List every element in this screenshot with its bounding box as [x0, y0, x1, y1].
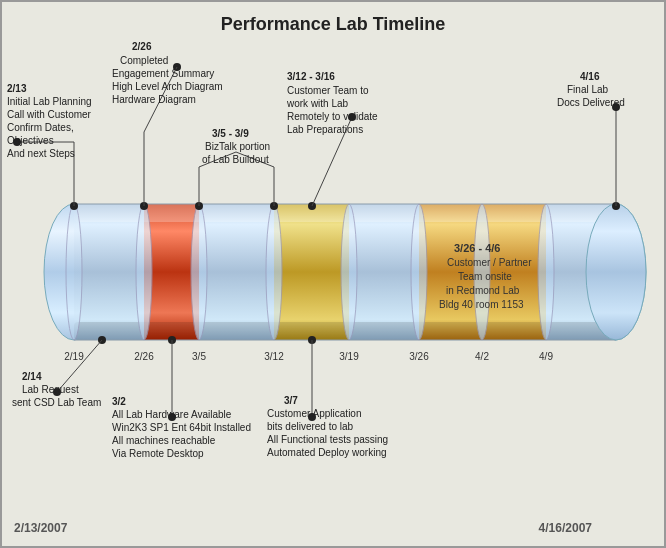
svg-text:work with Lab: work with Lab [286, 98, 349, 109]
svg-text:Customer Team to: Customer Team to [287, 85, 369, 96]
svg-text:3/2: 3/2 [112, 396, 126, 407]
svg-text:And next Steps: And next Steps [7, 148, 75, 159]
svg-text:Call with Customer: Call with Customer [7, 109, 92, 120]
svg-text:Customer Application: Customer Application [267, 408, 362, 419]
diagram-svg: 2/19 2/26 3/5 3/12 3/19 3/26 4/2 4/9 2/1… [2, 2, 666, 548]
svg-text:3/5 - 3/9: 3/5 - 3/9 [212, 128, 249, 139]
svg-point-20 [538, 204, 554, 340]
svg-text:4/2: 4/2 [475, 351, 489, 362]
svg-text:Initial Lab Planning: Initial Lab Planning [7, 96, 92, 107]
svg-text:2/13: 2/13 [7, 83, 27, 94]
svg-text:Final Lab: Final Lab [567, 84, 609, 95]
svg-text:All Lab Hardware Available: All Lab Hardware Available [112, 409, 232, 420]
svg-text:3/12 - 3/16: 3/12 - 3/16 [287, 71, 335, 82]
svg-text:3/12: 3/12 [264, 351, 284, 362]
main-container: Performance Lab Timeline [0, 0, 666, 548]
bottom-right-date: 4/16/2007 [539, 521, 593, 535]
svg-text:2/14: 2/14 [22, 371, 42, 382]
svg-text:Customer / Partner: Customer / Partner [447, 257, 532, 268]
svg-point-18 [411, 204, 427, 340]
svg-text:Objectives: Objectives [7, 135, 54, 146]
svg-text:Win2K3 SP1 Ent 64bit Installed: Win2K3 SP1 Ent 64bit Installed [112, 422, 251, 433]
svg-text:Team onsite: Team onsite [458, 271, 512, 282]
svg-rect-2 [74, 204, 144, 340]
svg-text:Lab Preparations: Lab Preparations [287, 124, 363, 135]
svg-point-15 [191, 204, 207, 340]
svg-text:bits delivered to lab: bits delivered to lab [267, 421, 354, 432]
svg-rect-4 [199, 204, 274, 340]
svg-text:sent CSD Lab Team: sent CSD Lab Team [12, 397, 101, 408]
svg-point-21 [586, 204, 646, 340]
svg-point-16 [266, 204, 282, 340]
svg-text:2/26: 2/26 [132, 41, 152, 52]
svg-text:Automated Deploy working: Automated Deploy working [267, 447, 387, 458]
svg-text:Lab Request: Lab Request [22, 384, 79, 395]
svg-text:Bldg 40 room 1153: Bldg 40 room 1153 [439, 299, 524, 310]
svg-text:3/7: 3/7 [284, 395, 298, 406]
svg-text:3/19: 3/19 [339, 351, 359, 362]
svg-point-13 [66, 204, 82, 340]
svg-text:in Redmond Lab: in Redmond Lab [446, 285, 520, 296]
bottom-left-date: 2/13/2007 [14, 521, 68, 535]
svg-text:4/16: 4/16 [580, 71, 600, 82]
svg-rect-5 [274, 204, 349, 340]
svg-point-17 [341, 204, 357, 340]
svg-text:3/5: 3/5 [192, 351, 206, 362]
svg-text:Via Remote Desktop: Via Remote Desktop [112, 448, 204, 459]
svg-rect-6 [349, 204, 419, 340]
svg-text:All machines reachable: All machines reachable [112, 435, 216, 446]
svg-point-14 [136, 204, 152, 340]
svg-text:High Level Arch Diagram: High Level Arch Diagram [112, 81, 223, 92]
svg-text:Remotely to validate: Remotely to validate [287, 111, 378, 122]
svg-text:3/26 - 4/6: 3/26 - 4/6 [454, 242, 500, 254]
svg-text:BizTalk portion: BizTalk portion [205, 141, 270, 152]
svg-text:2/26: 2/26 [134, 351, 154, 362]
svg-text:Confirm Dates,: Confirm Dates, [7, 122, 74, 133]
svg-text:3/26: 3/26 [409, 351, 429, 362]
svg-text:of Lab Buildout: of Lab Buildout [202, 154, 269, 165]
svg-text:Engagement Summary: Engagement Summary [112, 68, 214, 79]
svg-text:All Functional tests passing: All Functional tests passing [267, 434, 388, 445]
svg-text:2/19: 2/19 [64, 351, 84, 362]
svg-text:Completed: Completed [120, 55, 168, 66]
svg-text:Docs Delivered: Docs Delivered [557, 97, 625, 108]
svg-text:4/9: 4/9 [539, 351, 553, 362]
svg-text:Hardware Diagram: Hardware Diagram [112, 94, 196, 105]
